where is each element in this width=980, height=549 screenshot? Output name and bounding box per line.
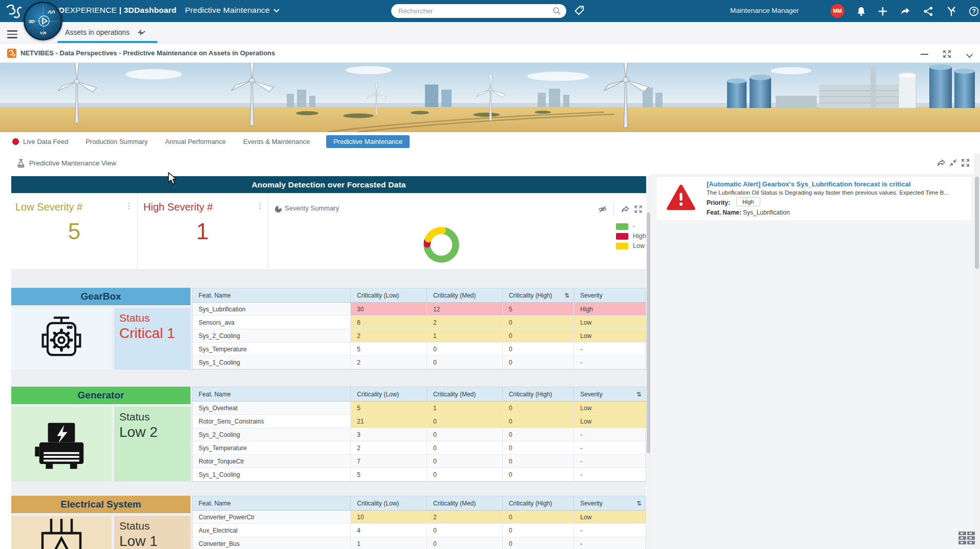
- table-row[interactable]: Converter_PowerCtr 10 2 0 Low: [193, 511, 646, 524]
- asset-icon-panel: [11, 407, 112, 481]
- search-icon[interactable]: [552, 7, 561, 15]
- cell-criticality-med: 0: [427, 537, 503, 549]
- table-row[interactable]: Converter_Bus 1 0 0 -: [193, 537, 646, 549]
- cell-criticality-high: 5: [503, 303, 574, 315]
- col-criticality-med[interactable]: Criticality (Med): [427, 496, 503, 510]
- table-row[interactable]: Sys_1_Cooling 2 0 0 -: [193, 356, 646, 369]
- table-row[interactable]: Sys_Temperature 2 0 0 -: [193, 441, 646, 455]
- col-feat-name[interactable]: Feat. Name: [193, 496, 351, 510]
- share-nodes-icon[interactable]: [923, 6, 933, 16]
- chevron-down-icon[interactable]: [273, 6, 280, 15]
- workspace-tab-label: Assets in operations: [65, 28, 130, 36]
- asset-name-header: Electrical System: [11, 496, 190, 513]
- sort-icon[interactable]: ⇅: [564, 288, 569, 303]
- help-icon[interactable]: ?: [969, 6, 979, 16]
- cell-severity: -: [574, 455, 646, 468]
- cell-feat-name: Rotor_TorqueCtr: [193, 455, 351, 468]
- compass-apps-icon[interactable]: [946, 6, 956, 16]
- grid-layout-icon[interactable]: [958, 532, 976, 545]
- menu-hamburger-icon[interactable]: [7, 30, 17, 40]
- cell-criticality-med: 0: [427, 428, 503, 441]
- anomaly-section-header: Anomaly Detection over Forcasted Data: [11, 176, 646, 193]
- asset-name-header: GearBox: [11, 288, 190, 305]
- table-row[interactable]: Rotor_TorqueCtr 7 0 0 -: [193, 455, 646, 468]
- kpi-high-menu-icon[interactable]: ⋮: [256, 202, 264, 209]
- cell-criticality-med: 2: [427, 511, 503, 523]
- minimize-icon[interactable]: [921, 54, 928, 55]
- table-row[interactable]: Sys_2_Cooling 2 1 0 Low: [193, 329, 646, 343]
- col-severity[interactable]: Severity⇅: [574, 288, 646, 302]
- kpi-low-severity-label: Low Severity #: [15, 201, 82, 213]
- col-criticality-low[interactable]: Criticality (Low): [351, 288, 427, 302]
- severity-donut-chart: [417, 221, 465, 269]
- col-severity[interactable]: Severity⇅: [574, 387, 646, 401]
- status-label: Status: [119, 312, 190, 324]
- table-header-row: Feat. Name Criticality (Low) Criticality…: [193, 496, 646, 511]
- expand-summary-icon[interactable]: [634, 205, 643, 215]
- share-forward-icon[interactable]: [900, 6, 910, 16]
- add-content-icon[interactable]: [878, 6, 888, 16]
- page-tab[interactable]: Production Summary: [84, 135, 148, 148]
- cell-severity: Low: [574, 316, 646, 329]
- add-tab-button[interactable]: +: [137, 26, 144, 39]
- widget-scrollbar-thumb[interactable]: [647, 213, 650, 453]
- table-row[interactable]: Sys_Lubrification 30 12 5 High: [193, 303, 646, 316]
- asset-status-panel: Status Critical 1: [114, 308, 190, 370]
- asset-name-header: Generator: [11, 387, 190, 404]
- user-role-label[interactable]: Maintenance Manager: [730, 7, 799, 14]
- col-severity[interactable]: Severity⇅: [574, 496, 646, 510]
- col-criticality-high[interactable]: Criticality (High)⇅: [503, 387, 574, 401]
- col-criticality-high[interactable]: Criticality (High)⇅: [503, 288, 574, 302]
- table-body: Sys_Lubrification 30 12 5 High Sensors_a…: [193, 303, 646, 369]
- page-tab[interactable]: Predictive Maintenance: [326, 135, 410, 148]
- col-feat-name[interactable]: Feat. Name: [193, 288, 351, 302]
- cell-severity: -: [574, 428, 646, 441]
- kpi-low-menu-icon[interactable]: ⋮: [125, 202, 133, 209]
- col-criticality-med[interactable]: Criticality (Med): [427, 288, 503, 302]
- sort-icon[interactable]: ⇅: [636, 387, 642, 402]
- cell-criticality-med: 0: [427, 415, 503, 428]
- col-criticality-high[interactable]: Criticality (High)⇅: [503, 496, 574, 510]
- table-row[interactable]: Sys_1_Cooling 5 0 0 -: [193, 468, 646, 481]
- cell-severity: High: [574, 303, 646, 315]
- netvibes-widget-bar: NETVIBES - Data Perspectives - Predictiv…: [0, 44, 980, 63]
- share-summary-icon[interactable]: [621, 205, 630, 215]
- sort-icon[interactable]: ⇅: [636, 496, 642, 511]
- compress-view-icon[interactable]: [949, 159, 957, 169]
- share-view-icon[interactable]: [936, 159, 946, 169]
- section-generator: Generator Status Low 2 Feat. Name Critic…: [11, 387, 646, 481]
- maximize-icon[interactable]: [943, 50, 951, 60]
- table-row[interactable]: Sys_Overheat 5 1 0 Low: [193, 402, 646, 415]
- expand-view-icon[interactable]: [961, 159, 970, 169]
- notifications-bell-icon[interactable]: [856, 6, 866, 16]
- col-criticality-med[interactable]: Criticality (Med): [427, 387, 503, 401]
- col-criticality-low[interactable]: Criticality (Low): [351, 387, 427, 401]
- electrical-system-icon: [28, 516, 95, 549]
- table-row[interactable]: Aux_Electrical 4 0 0 -: [193, 524, 646, 537]
- alert-title-link[interactable]: [Automatic Alert] Gearbox's Sys_Lubrific…: [707, 180, 911, 188]
- col-feat-name[interactable]: Feat. Name: [193, 387, 351, 401]
- app-brand: 3DEXPERIENCE | 3DDashboard Predictive Ma…: [54, 6, 280, 15]
- dashboard-name[interactable]: Predictive Maintenance: [185, 6, 270, 14]
- search-input[interactable]: [398, 6, 537, 16]
- page-scrollbar-thumb[interactable]: [975, 177, 979, 269]
- 3ds-logo-icon[interactable]: [4, 3, 22, 20]
- page-tab[interactable]: Events & Maintenance: [242, 135, 311, 148]
- table-row[interactable]: Sys_Temperature 5 0 0 -: [193, 343, 646, 356]
- workspace-tab[interactable]: Assets in operations: [65, 28, 145, 36]
- table-row[interactable]: Sensors_ava 6 2 0 Low: [193, 316, 646, 329]
- collapse-chevron-icon[interactable]: [966, 51, 973, 60]
- 3dexperience-compass-logo[interactable]: 3D V.R: [24, 2, 62, 40]
- page-tab[interactable]: Annual Performance: [164, 135, 227, 148]
- col-criticality-low[interactable]: Criticality (Low): [351, 496, 427, 510]
- hide-widget-eye-slash-icon[interactable]: [598, 205, 607, 215]
- cell-criticality-high: 0: [503, 316, 574, 329]
- avatar[interactable]: MM: [830, 4, 844, 18]
- cell-criticality-low: 4: [351, 524, 427, 537]
- cell-criticality-high: 0: [503, 511, 574, 523]
- tag-icon[interactable]: [573, 5, 585, 16]
- page-tab-label: Events & Maintenance: [243, 138, 310, 145]
- table-row[interactable]: Sys_2_Cooling 3 0 0 -: [193, 428, 646, 441]
- page-tab[interactable]: Live Data Feed: [11, 135, 69, 148]
- table-row[interactable]: Rotor_Sens_Constrains 21 0 0 Low: [193, 415, 646, 428]
